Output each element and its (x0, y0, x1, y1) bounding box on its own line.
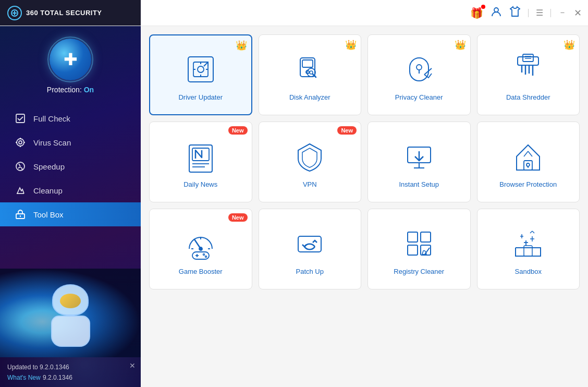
tool-card-driver-updater[interactable]: 👑 Driver Updater (149, 34, 252, 115)
sidebar-label-cleanup: Cleanup (33, 186, 63, 195)
tool-grid: 👑 Driver Updater (149, 34, 580, 289)
svg-line-73 (530, 231, 532, 233)
sandbox-label: Sandbox (515, 268, 542, 275)
tool-card-instant-setup[interactable]: Instant Setup (368, 122, 471, 202)
tool-card-sandbox[interactable]: Sandbox (477, 209, 580, 289)
separator (528, 9, 529, 17)
minimize-button[interactable]: － (558, 7, 567, 18)
full-check-icon (15, 113, 26, 124)
svg-point-59 (203, 254, 204, 256)
privacy-cleaner-icon (400, 51, 438, 88)
registry-cleaner-icon (400, 225, 438, 262)
instant-setup-label: Instant Setup (399, 180, 439, 188)
svg-rect-46 (524, 161, 532, 170)
sidebar-label-speedup: Speedup (33, 162, 65, 171)
tool-card-browser-protection[interactable]: Browser Protection (477, 122, 580, 202)
tool-card-disk-analyzer[interactable]: 👑 Disk Analyzer (259, 34, 362, 115)
protection-status: Protection: On (47, 86, 94, 94)
title-bar: 360 TOTAL SECURITY 🎁 ☰ － ✕ (0, 0, 588, 26)
gift-icon[interactable]: 🎁 (470, 7, 483, 19)
footer-close-button[interactable]: ✕ (129, 361, 136, 370)
title-bar-brand: 360 TOTAL SECURITY (0, 0, 141, 26)
tool-card-privacy-cleaner[interactable]: 👑 Privacy Cleaner (368, 34, 471, 115)
sidebar-item-full-check[interactable]: Full Check (0, 106, 141, 130)
patch-up-icon (291, 225, 328, 262)
separator2 (550, 9, 551, 17)
protection-on-label: On (84, 86, 94, 94)
tool-card-registry-cleaner[interactable]: Registry Cleaner (368, 209, 471, 289)
disk-analyzer-label: Disk Analyzer (289, 93, 330, 101)
svg-line-50 (528, 151, 532, 156)
menu-icon[interactable]: ☰ (536, 8, 543, 18)
crown-badge-privacy-cleaner: 👑 (455, 39, 466, 51)
svg-rect-62 (408, 232, 418, 242)
patch-up-label: Patch Up (296, 268, 324, 275)
svg-line-49 (524, 151, 528, 156)
main-layout: ✚ Protection: On Full Check (0, 26, 588, 387)
sandbox-icon (509, 225, 547, 262)
svg-rect-64 (408, 245, 418, 255)
sidebar-item-cleanup[interactable]: Cleanup (0, 178, 141, 202)
svg-line-74 (532, 231, 534, 233)
browser-protection-icon (509, 138, 547, 175)
tool-card-daily-news[interactable]: New Daily News (149, 122, 252, 202)
crown-badge-disk-analyzer: 👑 (345, 39, 357, 51)
whats-new-link[interactable]: What's New (7, 374, 41, 381)
svg-point-52 (199, 247, 202, 250)
sidebar-astronaut-image (0, 269, 141, 357)
svg-point-47 (526, 163, 530, 166)
daily-news-label: Daily News (183, 180, 217, 188)
svg-point-27 (416, 65, 422, 70)
daily-news-icon (182, 138, 219, 175)
svg-point-5 (17, 139, 24, 146)
data-shredder-label: Data Shredder (506, 93, 550, 101)
tool-card-game-booster[interactable]: New (149, 209, 252, 289)
sidebar-avatar-section: ✚ Protection: On (0, 26, 141, 102)
sidebar-nav: Full Check Virus Scan (0, 102, 141, 269)
tool-card-data-shredder[interactable]: 👑 Data Shredder (477, 34, 580, 115)
avatar: ✚ (50, 39, 91, 80)
registry-cleaner-label: Registry Cleaner (394, 268, 444, 275)
privacy-cleaner-label: Privacy Cleaner (395, 93, 443, 101)
new-badge-vpn: New (337, 126, 357, 135)
browser-protection-label: Browser Protection (499, 180, 557, 188)
tool-box-icon (15, 209, 26, 220)
sidebar-footer: ✕ Updated to 9.2.0.1346 What's New 9.2.0… (0, 357, 141, 387)
sidebar-label-full-check: Full Check (33, 114, 70, 123)
vpn-icon (291, 138, 328, 175)
svg-point-6 (19, 141, 22, 144)
close-button[interactable]: ✕ (574, 7, 582, 19)
driver-updater-icon (182, 51, 219, 88)
sidebar-item-tool-box[interactable]: Tool Box (0, 202, 141, 226)
speedup-icon (15, 161, 26, 172)
svg-point-3 (494, 8, 498, 12)
svg-rect-35 (523, 54, 533, 62)
svg-point-60 (205, 256, 206, 258)
crown-badge-driver-updater: 👑 (236, 40, 247, 51)
tool-card-vpn[interactable]: New VPN (259, 122, 362, 202)
driver-updater-label: Driver Updater (178, 93, 223, 101)
svg-rect-14 (188, 57, 213, 82)
sidebar-item-speedup[interactable]: Speedup (0, 154, 141, 178)
svg-rect-22 (302, 60, 313, 67)
sidebar-label-tool-box: Tool Box (33, 210, 64, 219)
content-area[interactable]: 👑 Driver Updater (141, 26, 588, 387)
instant-setup-icon (400, 138, 438, 175)
tool-card-patch-up[interactable]: Patch Up (259, 209, 362, 289)
user-icon[interactable] (491, 6, 502, 20)
sidebar-label-virus-scan: Virus Scan (33, 138, 71, 147)
svg-point-16 (198, 66, 204, 72)
sidebar: ✚ Protection: On Full Check (0, 26, 141, 387)
version-sub: 9.2.0.1346 (43, 374, 72, 381)
svg-rect-56 (192, 252, 209, 259)
version-text: Updated to 9.2.0.1346 (7, 362, 133, 372)
sidebar-item-virus-scan[interactable]: Virus Scan (0, 130, 141, 154)
crown-badge-data-shredder: 👑 (564, 39, 575, 51)
vpn-label: VPN (303, 180, 317, 188)
svg-rect-4 (16, 114, 24, 123)
app-logo (7, 6, 22, 20)
new-badge-daily-news: New (228, 126, 248, 135)
svg-rect-63 (421, 232, 431, 242)
shirt-icon[interactable] (509, 6, 521, 20)
virus-scan-icon (15, 137, 26, 148)
